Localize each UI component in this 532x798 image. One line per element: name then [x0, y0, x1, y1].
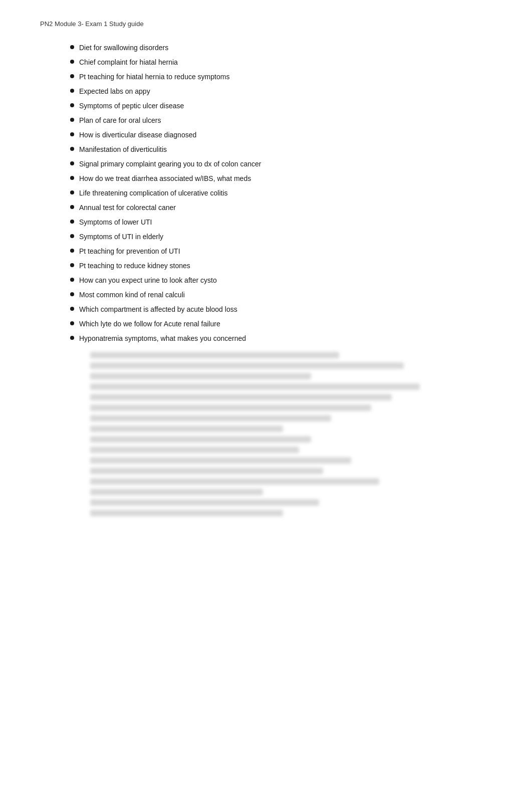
list-item: How can you expect urine to look after c…: [70, 275, 492, 286]
list-item: Annual test for colorectal caner: [70, 203, 492, 213]
bullet-icon: [70, 234, 74, 238]
blurred-line: [90, 510, 283, 516]
list-item: Pt teaching for prevention of UTI: [70, 246, 492, 257]
blurred-line: [90, 499, 319, 506]
bullet-icon: [70, 45, 74, 49]
bullet-icon: [70, 103, 74, 107]
bullet-icon: [70, 205, 74, 209]
list-item: Expected labs on appy: [70, 86, 492, 97]
list-item: Manifestation of diverticulitis: [70, 144, 492, 155]
list-item: Which compartment is affected by acute b…: [70, 304, 492, 315]
bullet-icon: [70, 74, 74, 78]
bullet-icon: [70, 190, 74, 194]
list-item: Pt teaching for hiatal hernia to reduce …: [70, 72, 492, 82]
blurred-line: [90, 394, 392, 401]
bullet-icon: [70, 147, 74, 151]
blurred-line: [90, 447, 299, 453]
bullet-icon: [70, 118, 74, 122]
page-title: PN2 Module 3- Exam 1 Study guide: [40, 20, 492, 28]
list-item: How is diverticular disease diagnosed: [70, 130, 492, 140]
bullet-icon: [70, 176, 74, 180]
list-item: Chief complaint for hiatal hernia: [70, 57, 492, 68]
blurred-line: [90, 468, 323, 474]
blurred-line: [90, 436, 311, 443]
blurred-line: [90, 383, 420, 390]
list-item: Pt teaching to reduce kidney stones: [70, 261, 492, 271]
list-item: Diet for swallowing disorders: [70, 43, 492, 53]
blurred-line: [90, 457, 351, 464]
bullet-icon: [70, 89, 74, 93]
blurred-line: [90, 352, 339, 358]
list-item: Which lyte do we follow for Acute renal …: [70, 319, 492, 329]
bullet-icon: [70, 60, 74, 64]
bullet-icon: [70, 249, 74, 253]
blurred-line: [90, 362, 404, 369]
bullet-icon: [70, 263, 74, 267]
bullet-icon: [70, 321, 74, 325]
list-item: Symptoms of UTI in elderly: [70, 232, 492, 242]
blurred-line: [90, 415, 331, 422]
blurred-line: [90, 478, 379, 485]
list-item: Life threatening complication of ulcerat…: [70, 188, 492, 198]
list-item: Symptoms of peptic ulcer disease: [70, 101, 492, 111]
bullet-icon: [70, 161, 74, 165]
bullet-icon: [70, 336, 74, 340]
blurred-line: [90, 373, 311, 379]
bullet-icon: [70, 292, 74, 296]
study-guide-list: Diet for swallowing disordersChief compl…: [70, 43, 492, 344]
blurred-content: [90, 352, 492, 516]
bullet-icon: [70, 278, 74, 282]
blurred-line: [90, 405, 371, 411]
list-item: How do we treat diarrhea associated w/IB…: [70, 173, 492, 184]
list-item: Hyponatremia symptoms, what makes you co…: [70, 333, 492, 344]
bullet-icon: [70, 132, 74, 136]
bullet-icon: [70, 220, 74, 224]
list-item: Most common kind of renal calculi: [70, 290, 492, 300]
bullet-icon: [70, 307, 74, 311]
list-item: Symptoms of lower UTI: [70, 217, 492, 228]
blurred-line: [90, 426, 283, 432]
list-item: Plan of care for oral ulcers: [70, 115, 492, 126]
list-item: Signal primary complaint gearing you to …: [70, 159, 492, 169]
blurred-line: [90, 489, 263, 495]
